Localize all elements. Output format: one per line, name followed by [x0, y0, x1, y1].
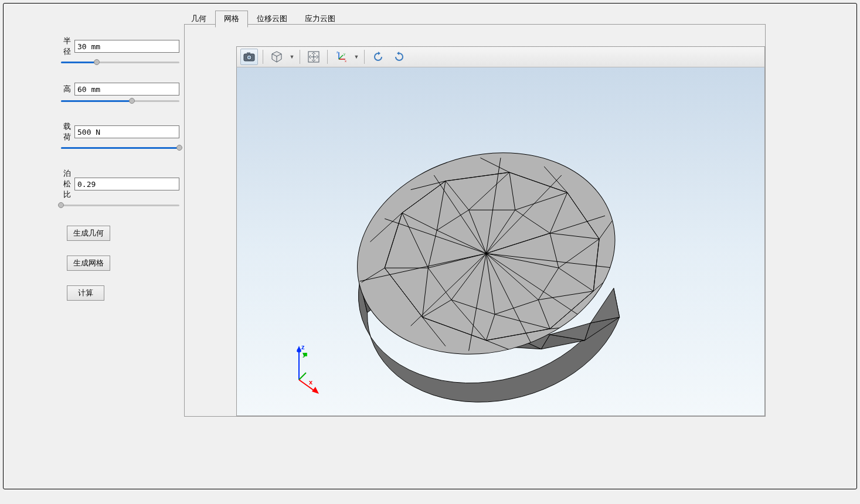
svg-marker-16	[397, 52, 399, 55]
rotate-cw-icon[interactable]	[390, 49, 408, 65]
svg-text:y: y	[344, 52, 345, 56]
generate-mesh-button[interactable]: 生成网格	[67, 256, 110, 271]
viewport-toolbar: ▼ z y	[236, 46, 765, 67]
svg-line-99	[299, 380, 315, 391]
param-radius-input[interactable]	[74, 40, 179, 53]
triad-y-label: y	[302, 350, 307, 357]
mesh-viewport[interactable]: z y x	[236, 46, 765, 416]
sidebar-params: 半径 高 载荷 泊松比	[56, 36, 179, 315]
app-window: 半径 高 载荷 泊松比	[3, 3, 857, 489]
param-load-label: 载荷	[56, 121, 74, 142]
triad-z-label: z	[301, 343, 305, 350]
param-load-slider[interactable]	[61, 145, 179, 152]
triad-x-label: x	[309, 379, 313, 386]
generate-geometry-button[interactable]: 生成几何	[67, 226, 110, 241]
svg-line-11	[339, 55, 343, 59]
cube-view-icon[interactable]	[268, 49, 285, 65]
fit-view-icon[interactable]	[305, 49, 322, 65]
svg-marker-100	[312, 387, 319, 394]
tab-panel: ▼ z y	[184, 24, 766, 417]
param-radius-slider[interactable]	[61, 59, 179, 66]
camera-icon[interactable]	[240, 49, 258, 65]
svg-text:z: z	[336, 50, 338, 54]
svg-point-3	[248, 56, 250, 59]
tab-mesh[interactable]: 网格	[215, 11, 248, 28]
axes-dropdown[interactable]: ▼	[353, 54, 359, 60]
param-height-input[interactable]	[74, 83, 179, 96]
param-poisson: 泊松比	[56, 168, 179, 200]
param-radius-label: 半径	[56, 36, 74, 57]
param-load-input[interactable]	[74, 125, 179, 138]
axes-triad: z y x	[288, 343, 329, 396]
svg-marker-15	[378, 52, 380, 55]
svg-text:x: x	[345, 59, 346, 63]
param-height-label: 高	[56, 84, 74, 94]
param-height-slider[interactable]	[61, 98, 179, 105]
param-load: 载荷	[56, 121, 179, 142]
cube-view-dropdown[interactable]: ▼	[289, 54, 295, 60]
svg-line-97	[299, 373, 306, 380]
svg-rect-1	[247, 53, 250, 55]
compute-button[interactable]: 计算	[67, 285, 104, 301]
svg-point-96	[297, 349, 301, 353]
axes-icon[interactable]: z y x	[332, 49, 350, 65]
param-height: 高	[56, 83, 179, 96]
param-poisson-slider[interactable]	[61, 202, 179, 209]
param-poisson-label: 泊松比	[56, 168, 74, 200]
param-poisson-input[interactable]	[74, 178, 179, 190]
rotate-ccw-icon[interactable]	[369, 49, 387, 65]
param-radius: 半径	[56, 36, 179, 57]
